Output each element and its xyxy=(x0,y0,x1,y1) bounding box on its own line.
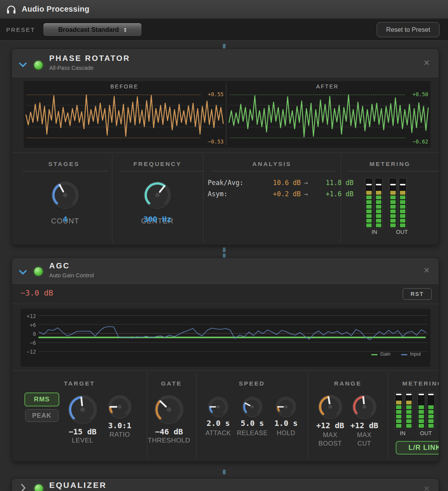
frequency-value: 300 Hz xyxy=(122,214,192,224)
agc-header xyxy=(12,258,439,284)
range-header: RANGE xyxy=(308,380,388,387)
analysis-before-value: 10.6 dB xyxy=(258,179,301,187)
waveform-display: BEFORE +0.55 −0.53 AFTER +0.50 −0.62 xyxy=(24,81,431,148)
audio-processing-app: { "app": {"title": "Audio Processing"}, … xyxy=(0,0,448,491)
target-ratio-knob[interactable] xyxy=(107,394,133,421)
module-enabled-dot[interactable] xyxy=(34,484,43,491)
separator xyxy=(12,304,439,304)
gate-threshold-knob[interactable] xyxy=(153,394,184,427)
insert-indicator xyxy=(223,470,226,474)
module-title: EQUALIZER xyxy=(49,481,107,490)
io-level-meters xyxy=(365,178,407,228)
legend-input-swatch xyxy=(401,354,407,355)
meter-bar xyxy=(375,178,383,228)
lr-link-button[interactable]: L/R LINK xyxy=(396,441,439,455)
gain-history-graph: +12 +6 0 −6 −12 Gain Input xyxy=(21,309,431,367)
header-underline xyxy=(212,171,336,171)
module-title: AGC xyxy=(49,261,70,270)
dropdown-down-arrow: ▼ xyxy=(124,30,127,33)
metering-header: METERING xyxy=(341,161,439,168)
close-icon[interactable]: ✕ xyxy=(422,485,431,491)
threshold-value: −46 dB xyxy=(142,427,196,436)
analysis-after-value: +1.6 dB xyxy=(311,190,353,198)
legend-input-label: Input xyxy=(410,351,421,357)
separator xyxy=(12,370,439,371)
input-line xyxy=(21,309,431,367)
stages-count-knob[interactable] xyxy=(50,180,80,211)
arrow-icon: → xyxy=(301,190,311,198)
header-underline xyxy=(119,171,203,171)
collapse-chevron-down-icon[interactable] xyxy=(17,61,28,71)
headphones-icon xyxy=(6,4,17,14)
module-title: PHASE ROTATOR xyxy=(49,54,130,63)
analysis-header: ANALYSIS xyxy=(203,161,341,168)
meter-bar xyxy=(417,392,425,429)
release-knob[interactable] xyxy=(241,396,264,420)
separator xyxy=(12,152,439,153)
preset-label: PRESET xyxy=(6,26,35,33)
collapse-chevron-right-icon[interactable] xyxy=(19,483,28,491)
section-divider xyxy=(341,154,341,243)
after-waveform xyxy=(227,92,430,140)
collapse-chevron-down-icon[interactable] xyxy=(17,268,28,278)
app-title: Audio Processing xyxy=(22,5,90,14)
hold-knob[interactable] xyxy=(275,396,297,420)
meter-bar xyxy=(405,392,413,429)
agc-card: AGC Auto Gain Control ✕ −3.0 dB RST +12 … xyxy=(12,258,439,462)
rms-toggle-button[interactable]: RMS xyxy=(24,392,59,406)
insert-indicator xyxy=(223,44,226,48)
meter-in-label: IN xyxy=(359,229,390,235)
gate-header: GATE xyxy=(147,380,196,387)
peak-toggle-button[interactable]: PEAK xyxy=(25,409,59,422)
legend-gain-label: Gain xyxy=(380,351,390,357)
meter-bar xyxy=(389,178,397,228)
max-cut-label-1: MAX xyxy=(337,431,391,439)
dropdown-arrows-icon: ▲ ▼ xyxy=(124,27,127,33)
close-icon[interactable]: ✕ xyxy=(422,59,431,67)
threshold-label: THRESHOLD xyxy=(134,437,204,444)
agc-metering-header: METERING xyxy=(388,380,439,387)
after-label: AFTER xyxy=(250,83,405,90)
stages-header: STAGES xyxy=(16,161,112,168)
analysis-row: Asym: +0.2 dB → +1.6 dB xyxy=(208,190,353,198)
meter-out-label: OUT xyxy=(410,430,439,436)
preset-dropdown-value: Broadcast Standard xyxy=(58,26,119,33)
header-underline xyxy=(23,171,108,171)
section-divider xyxy=(112,154,112,243)
meter-out-label: OUT xyxy=(386,229,417,235)
max-cut-knob[interactable] xyxy=(351,394,377,422)
io-level-meters xyxy=(395,392,435,429)
module-subtitle: All-Pass Cascade xyxy=(49,65,93,71)
phase-rotator-header xyxy=(12,49,439,77)
stages-value: 4 xyxy=(30,214,100,224)
meter-bar xyxy=(365,178,373,228)
max-cut-label-2: CUT xyxy=(337,440,391,447)
analysis-row-label: Peak/Avg: xyxy=(208,179,258,187)
header-underline xyxy=(348,171,439,171)
analysis-row-label: Asym: xyxy=(208,190,258,198)
module-enabled-dot[interactable] xyxy=(34,61,43,69)
analysis-row: Peak/Avg: 10.6 dB → 11.8 dB xyxy=(208,178,353,187)
meter-bar xyxy=(395,392,403,429)
preset-bar: PRESET Broadcast Standard ▲ ▼ Reset to P… xyxy=(0,19,448,41)
rst-button[interactable]: RST xyxy=(403,288,432,300)
before-label: BEFORE xyxy=(47,83,202,90)
reset-to-preset-button[interactable]: Reset to Preset xyxy=(377,22,439,37)
max-cut-value: +12 dB xyxy=(337,421,391,430)
module-enabled-dot[interactable] xyxy=(34,267,43,276)
module-subtitle: Auto Gain Control xyxy=(49,272,94,278)
analysis-after-value: 11.8 dB xyxy=(311,179,353,187)
attack-knob[interactable] xyxy=(207,396,229,420)
meter-bar xyxy=(427,392,435,429)
waveform-divider xyxy=(226,83,226,145)
frequency-header: FREQUENCY xyxy=(112,161,203,168)
phase-rotator-card: PHASE ROTATOR All-Pass Cascade ✕ BEFORE … xyxy=(12,48,439,245)
preset-dropdown[interactable]: Broadcast Standard ▲ ▼ xyxy=(43,23,142,36)
frequency-center-knob[interactable] xyxy=(143,180,172,211)
speed-header: SPEED xyxy=(196,380,308,387)
meter-bar xyxy=(399,178,407,228)
max-boost-knob[interactable] xyxy=(317,394,343,422)
ratio-value: 3.0:1 xyxy=(93,421,147,430)
equalizer-card: EQUALIZER ✕ xyxy=(12,478,439,491)
close-icon[interactable]: ✕ xyxy=(422,266,431,274)
